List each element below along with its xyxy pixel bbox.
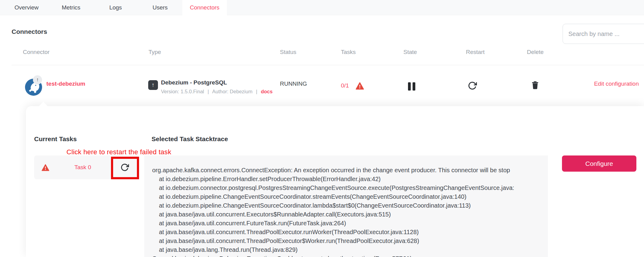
current-tasks-title: Current Tasks — [34, 135, 77, 143]
stacktrace-line: at java.base/java.util.concurrent.Future… — [152, 219, 548, 228]
stacktrace-line: at io.debezium.pipeline.ChangeEventSourc… — [152, 201, 548, 210]
search-input[interactable] — [563, 24, 644, 44]
column-header-state: State — [403, 49, 417, 55]
connector-status: RUNNING — [280, 80, 307, 87]
task-warning-triangle-icon — [41, 164, 49, 172]
tab-overview[interactable]: Overview — [4, 0, 49, 15]
column-header-status: Status — [280, 49, 296, 55]
connect-ui-screen: Overview Metrics Logs Users Connectors C… — [0, 0, 644, 257]
card-notch — [39, 102, 48, 106]
tab-connectors[interactable]: Connectors — [182, 0, 227, 15]
column-header-tasks: Tasks — [341, 49, 356, 55]
connector-name-link[interactable]: test-debezium — [46, 80, 85, 87]
column-header-type: Type — [148, 49, 161, 55]
tasks-ratio: 0/1 — [341, 82, 349, 89]
task-label: Task 0 — [74, 164, 91, 171]
connector-version: Version: 1.5.0.Final — [161, 89, 204, 94]
tab-metrics[interactable]: Metrics — [49, 0, 93, 15]
column-header-restart: Restart — [466, 49, 485, 55]
column-header-connector: Connector — [23, 49, 50, 55]
source-connector-icon: ↑ — [148, 80, 158, 90]
connector-details-card: Current Tasks Selected Task Stacktrace C… — [26, 106, 644, 257]
page-title: Connectors — [12, 28, 47, 35]
restart-annotation-text: Click here to restart the failed task — [66, 148, 171, 156]
source-up-arrow-badge-icon: ↑ — [33, 75, 42, 84]
stacktrace-line: at io.debezium.connector.postgresql.Post… — [152, 184, 548, 192]
connector-type-title: Debezium - PostgreSQL — [161, 79, 227, 86]
task-restart-button[interactable] — [120, 163, 129, 172]
edit-configuration-link[interactable]: Edit configuration — [594, 80, 639, 87]
stacktrace-line: at java.base/java.util.concurrent.Thread… — [152, 237, 548, 245]
subtitle-separator: | — [208, 89, 209, 94]
warning-triangle-icon — [356, 82, 364, 90]
stacktrace-title: Selected Task Stacktrace — [152, 135, 228, 143]
stacktrace-line: at java.base/java.util.concurrent.Execut… — [152, 210, 548, 219]
tab-users[interactable]: Users — [138, 0, 182, 15]
restart-connector-button[interactable] — [468, 81, 477, 90]
subtitle-separator: | — [256, 89, 257, 94]
connector-type-subtitle: Version: 1.5.0.Final | Author: Debezium … — [161, 89, 273, 95]
connector-author: Author: Debezium — [212, 89, 252, 94]
stacktrace-panel: org.apache.kafka.connect.errors.ConnectE… — [144, 155, 548, 257]
docs-link[interactable]: docs — [261, 89, 273, 94]
table-header-divider — [12, 65, 644, 65]
stacktrace-line: at java.base/java.lang.Thread.run(Thread… — [152, 245, 548, 254]
stacktrace-line: at io.debezium.pipeline.ChangeEventSourc… — [152, 192, 548, 201]
stacktrace-line: org.apache.kafka.connect.errors.ConnectE… — [152, 166, 548, 175]
delete-connector-button[interactable] — [531, 80, 540, 90]
column-header-delete: Delete — [527, 49, 544, 55]
tab-logs[interactable]: Logs — [93, 0, 138, 15]
stacktrace-line: Caused by: io.debezium.DebeziumException… — [152, 254, 548, 257]
tab-bar: Overview Metrics Logs Users Connectors — [0, 0, 644, 15]
stacktrace-line: at java.base/java.util.concurrent.Thread… — [152, 228, 548, 237]
stacktrace-line: at io.debezium.pipeline.ErrorHandler.set… — [152, 175, 548, 184]
task-item[interactable]: Task 0 — [34, 155, 139, 179]
configure-button[interactable]: Configure — [562, 155, 636, 172]
pause-button[interactable] — [408, 82, 416, 91]
